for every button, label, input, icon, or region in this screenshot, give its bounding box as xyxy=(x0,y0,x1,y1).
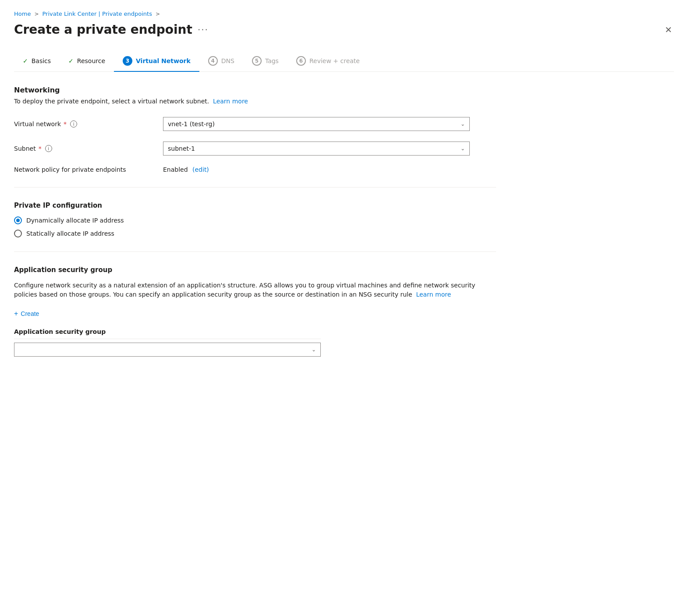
breadcrumb-sep1: > xyxy=(34,11,39,17)
close-button[interactable]: ✕ xyxy=(663,23,674,37)
tab-virtual-network-label: Virtual Network xyxy=(136,57,191,64)
networking-description-text: To deploy the private endpoint, select a… xyxy=(14,98,209,105)
tab-basics-check-icon: ✓ xyxy=(23,57,28,64)
tab-virtual-network-number: 3 xyxy=(126,58,129,64)
asg-description-text: Configure network security as a natural … xyxy=(14,282,475,298)
tab-basics-label: Basics xyxy=(32,57,51,64)
tabs-container: ✓ Basics ✓ Resource 3 Virtual Network 4 … xyxy=(14,51,674,72)
asg-create-button[interactable]: + Create xyxy=(14,310,39,318)
radio-dynamic[interactable]: Dynamically allocate IP address xyxy=(14,216,496,224)
tab-dns[interactable]: 4 DNS xyxy=(199,51,243,72)
network-policy-label-text: Network policy for private endpoints xyxy=(14,166,126,173)
page-title-area: Create a private endpoint ··· xyxy=(14,22,209,37)
divider-2 xyxy=(14,251,496,252)
subnet-row: Subnet * i subnet-1 ⌄ xyxy=(14,142,496,156)
tab-review-create-label: Review + create xyxy=(309,57,360,64)
asg-table: Application security group ⌄ xyxy=(14,328,321,357)
asg-dropdown-arrow: ⌄ xyxy=(312,347,316,353)
tab-basics[interactable]: ✓ Basics xyxy=(14,52,60,71)
networking-learn-more-link[interactable]: Learn more xyxy=(213,98,248,105)
tab-dns-circle: 4 xyxy=(208,56,218,66)
network-policy-value: Enabled xyxy=(163,166,188,173)
tab-dns-number: 4 xyxy=(211,58,215,64)
virtual-network-label: Virtual network * i xyxy=(14,120,163,127)
tab-tags-circle: 5 xyxy=(252,56,262,66)
network-policy-edit-link[interactable]: (edit) xyxy=(192,166,209,173)
subnet-dropdown-value: subnet-1 xyxy=(168,145,195,152)
network-policy-label: Network policy for private endpoints xyxy=(14,166,163,173)
tab-review-create-circle: 6 xyxy=(296,56,306,66)
tab-virtual-network[interactable]: 3 Virtual Network xyxy=(114,51,199,72)
radio-static-label: Statically allocate IP address xyxy=(26,230,114,237)
page-container: Home > Private Link Center | Private end… xyxy=(0,0,688,367)
networking-section-title: Networking xyxy=(14,86,496,94)
network-policy-value-area: Enabled (edit) xyxy=(163,166,209,173)
virtual-network-dropdown[interactable]: vnet-1 (test-rg) ⌄ xyxy=(163,117,470,131)
subnet-info-icon[interactable]: i xyxy=(45,145,52,152)
asg-dropdown-row: ⌄ xyxy=(14,343,321,357)
breadcrumb-private-link[interactable]: Private Link Center | Private endpoints xyxy=(42,11,152,17)
breadcrumb-sep2: > xyxy=(156,11,160,17)
virtual-network-dropdown-arrow: ⌄ xyxy=(461,121,465,127)
subnet-label: Subnet * i xyxy=(14,145,163,152)
page-header: Create a private endpoint ··· ✕ xyxy=(14,22,674,37)
virtual-network-row: Virtual network * i vnet-1 (test-rg) ⌄ xyxy=(14,117,496,131)
asg-section-title: Application security group xyxy=(14,266,496,274)
virtual-network-info-icon[interactable]: i xyxy=(70,120,77,127)
asg-create-label: Create xyxy=(21,310,39,317)
virtual-network-label-text: Virtual network xyxy=(14,120,61,127)
asg-section: Application security group Configure net… xyxy=(14,266,496,357)
more-options-icon[interactable]: ··· xyxy=(198,25,209,35)
tab-tags-label: Tags xyxy=(265,57,279,64)
page-title: Create a private endpoint xyxy=(14,22,192,37)
radio-static-outer xyxy=(14,230,22,237)
tab-resource-check-icon: ✓ xyxy=(68,57,74,64)
subnet-dropdown[interactable]: subnet-1 ⌄ xyxy=(163,142,470,156)
tab-review-create[interactable]: 6 Review + create xyxy=(287,51,369,72)
subnet-dropdown-arrow: ⌄ xyxy=(461,145,465,152)
tab-tags-number: 5 xyxy=(255,58,259,64)
asg-create-plus-icon: + xyxy=(14,310,18,318)
close-icon: ✕ xyxy=(665,25,672,35)
breadcrumb-home[interactable]: Home xyxy=(14,11,31,17)
virtual-network-dropdown-value: vnet-1 (test-rg) xyxy=(168,120,215,127)
content-area: Networking To deploy the private endpoin… xyxy=(14,86,496,357)
tab-review-create-number: 6 xyxy=(299,58,303,64)
divider-1 xyxy=(14,187,496,188)
tab-resource[interactable]: ✓ Resource xyxy=(60,52,114,71)
radio-static[interactable]: Statically allocate IP address xyxy=(14,230,496,237)
networking-section: Networking To deploy the private endpoin… xyxy=(14,86,496,173)
tab-tags[interactable]: 5 Tags xyxy=(243,51,287,72)
asg-dropdown[interactable]: ⌄ xyxy=(14,343,321,357)
tab-resource-label: Resource xyxy=(77,57,105,64)
asg-table-header: Application security group xyxy=(14,328,321,339)
subnet-label-text: Subnet xyxy=(14,145,36,152)
tab-virtual-network-circle: 3 xyxy=(123,56,132,66)
asg-learn-more-link[interactable]: Learn more xyxy=(416,291,451,298)
tab-dns-label: DNS xyxy=(221,57,234,64)
radio-dynamic-label: Dynamically allocate IP address xyxy=(26,217,124,224)
breadcrumb: Home > Private Link Center | Private end… xyxy=(14,11,674,17)
radio-dynamic-inner xyxy=(16,219,20,222)
radio-dynamic-outer xyxy=(14,216,22,224)
private-ip-section-title: Private IP configuration xyxy=(14,202,496,209)
network-policy-row: Network policy for private endpoints Ena… xyxy=(14,166,496,173)
networking-description: To deploy the private endpoint, select a… xyxy=(14,98,496,105)
private-ip-section: Private IP configuration Dynamically all… xyxy=(14,202,496,237)
asg-description: Configure network security as a natural … xyxy=(14,281,496,299)
subnet-required: * xyxy=(39,145,42,152)
virtual-network-required: * xyxy=(64,120,67,127)
radio-group: Dynamically allocate IP address Statical… xyxy=(14,216,496,237)
